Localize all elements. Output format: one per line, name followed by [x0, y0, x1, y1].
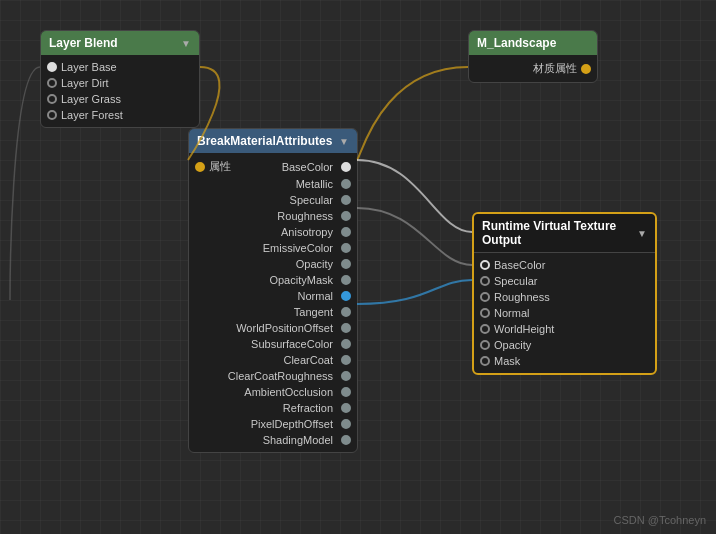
- pin-rvt-mask[interactable]: [480, 356, 490, 366]
- label-normal: Normal: [298, 290, 333, 302]
- pin-row-refraction: Refraction: [189, 400, 357, 416]
- pin-rvt-worldheight[interactable]: [480, 324, 490, 334]
- pin-layer-dirt[interactable]: [47, 78, 57, 88]
- pin-world-pos[interactable]: [341, 323, 351, 333]
- label-opacity: Opacity: [296, 258, 333, 270]
- label-rvt-normal: Normal: [494, 307, 529, 319]
- label-roughness: Roughness: [277, 210, 333, 222]
- layer-blend-header[interactable]: Layer Blend ▼: [41, 31, 199, 55]
- pin-specular[interactable]: [341, 195, 351, 205]
- pin-material-attr[interactable]: [581, 64, 591, 74]
- pin-row-clearcoat-roughness: ClearCoatRoughness: [189, 368, 357, 384]
- pin-row-rvt-specular: Specular: [474, 273, 655, 289]
- pin-anisotropy[interactable]: [341, 227, 351, 237]
- pin-row-attr-input: 属性 BaseColor: [189, 157, 357, 176]
- pin-row-rvt-mask: Mask: [474, 353, 655, 369]
- pin-clearcoat-roughness[interactable]: [341, 371, 351, 381]
- label-rvt-specular: Specular: [494, 275, 537, 287]
- pin-row-clearcoat: ClearCoat: [189, 352, 357, 368]
- layer-blend-title: Layer Blend: [49, 36, 118, 50]
- layer-blend-body: Layer Base Layer Dirt Layer Grass Layer …: [41, 55, 199, 127]
- label-opacity-mask: OpacityMask: [269, 274, 333, 286]
- layer-blend-chevron[interactable]: ▼: [181, 38, 191, 49]
- label-metallic: Metallic: [296, 178, 333, 190]
- label-shading-model: ShadingModel: [263, 434, 333, 446]
- pin-roughness[interactable]: [341, 211, 351, 221]
- label-layer-base: Layer Base: [61, 61, 117, 73]
- label-pixel-depth: PixelDepthOffset: [251, 418, 333, 430]
- pin-rvt-basecolor[interactable]: [480, 260, 490, 270]
- break-material-body: 属性 BaseColor Metallic Specular Roughness…: [189, 153, 357, 452]
- pin-emissive[interactable]: [341, 243, 351, 253]
- pin-row-metallic: Metallic: [189, 176, 357, 192]
- label-layer-dirt: Layer Dirt: [61, 77, 109, 89]
- rvt-output-node[interactable]: Runtime Virtual Texture Output ▼ BaseCol…: [472, 212, 657, 375]
- pin-row-world-pos: WorldPositionOffset: [189, 320, 357, 336]
- pin-normal[interactable]: [341, 291, 351, 301]
- label-layer-forest: Layer Forest: [61, 109, 123, 121]
- pin-row-specular: Specular: [189, 192, 357, 208]
- pin-rvt-specular[interactable]: [480, 276, 490, 286]
- pin-row-subsurface: SubsurfaceColor: [189, 336, 357, 352]
- rvt-title: Runtime Virtual Texture Output: [482, 219, 637, 247]
- pin-row-layer-forest: Layer Forest: [41, 107, 199, 123]
- rvt-body: BaseColor Specular Roughness Normal Worl…: [474, 253, 655, 373]
- pin-opacity-mask[interactable]: [341, 275, 351, 285]
- pin-row-anisotropy: Anisotropy: [189, 224, 357, 240]
- pin-row-normal: Normal: [189, 288, 357, 304]
- rvt-chevron[interactable]: ▼: [637, 228, 647, 239]
- label-tangent: Tangent: [294, 306, 333, 318]
- label-rvt-opacity: Opacity: [494, 339, 531, 351]
- pin-tangent[interactable]: [341, 307, 351, 317]
- label-attr-in: 属性: [209, 159, 231, 174]
- pin-row-layer-base: Layer Base: [41, 59, 199, 75]
- pin-pixel-depth[interactable]: [341, 419, 351, 429]
- break-material-node[interactable]: BreakMaterialAttributes ▼ 属性 BaseColor M…: [188, 128, 358, 453]
- pin-row-rvt-worldheight: WorldHeight: [474, 321, 655, 337]
- m-landscape-node[interactable]: M_Landscape 材质属性: [468, 30, 598, 83]
- pin-basecolor-out[interactable]: [341, 162, 351, 172]
- pin-rvt-opacity[interactable]: [480, 340, 490, 350]
- label-rvt-worldheight: WorldHeight: [494, 323, 554, 335]
- label-rvt-mask: Mask: [494, 355, 520, 367]
- pin-row-tangent: Tangent: [189, 304, 357, 320]
- pin-metallic[interactable]: [341, 179, 351, 189]
- label-refraction: Refraction: [283, 402, 333, 414]
- pin-row-roughness: Roughness: [189, 208, 357, 224]
- pin-layer-forest[interactable]: [47, 110, 57, 120]
- layer-blend-node[interactable]: Layer Blend ▼ Layer Base Layer Dirt Laye…: [40, 30, 200, 128]
- m-landscape-body: 材质属性: [469, 55, 597, 82]
- break-material-header[interactable]: BreakMaterialAttributes ▼: [189, 129, 357, 153]
- label-ambient: AmbientOcclusion: [244, 386, 333, 398]
- label-subsurface: SubsurfaceColor: [251, 338, 333, 350]
- pin-rvt-roughness[interactable]: [480, 292, 490, 302]
- pin-opacity[interactable]: [341, 259, 351, 269]
- label-clearcoat: ClearCoat: [283, 354, 333, 366]
- pin-layer-base[interactable]: [47, 62, 57, 72]
- pin-row-rvt-normal: Normal: [474, 305, 655, 321]
- pin-rvt-normal[interactable]: [480, 308, 490, 318]
- m-landscape-title: M_Landscape: [477, 36, 556, 50]
- label-clearcoat-roughness: ClearCoatRoughness: [228, 370, 333, 382]
- pin-row-layer-dirt: Layer Dirt: [41, 75, 199, 91]
- label-material-attr: 材质属性: [533, 61, 577, 76]
- break-material-title: BreakMaterialAttributes: [197, 134, 332, 148]
- pin-layer-grass[interactable]: [47, 94, 57, 104]
- pin-clearcoat[interactable]: [341, 355, 351, 365]
- pin-ambient[interactable]: [341, 387, 351, 397]
- pin-refraction[interactable]: [341, 403, 351, 413]
- pin-subsurface[interactable]: [341, 339, 351, 349]
- m-landscape-header[interactable]: M_Landscape: [469, 31, 597, 55]
- label-world-pos: WorldPositionOffset: [236, 322, 333, 334]
- label-rvt-roughness: Roughness: [494, 291, 550, 303]
- label-specular: Specular: [290, 194, 333, 206]
- pin-row-layer-grass: Layer Grass: [41, 91, 199, 107]
- pin-row-pixel-depth: PixelDepthOffset: [189, 416, 357, 432]
- break-material-chevron[interactable]: ▼: [339, 136, 349, 147]
- label-basecolor-out: BaseColor: [282, 161, 333, 173]
- pin-row-shading-model: ShadingModel: [189, 432, 357, 448]
- pin-attr-in[interactable]: [195, 162, 205, 172]
- pin-row-rvt-opacity: Opacity: [474, 337, 655, 353]
- rvt-header[interactable]: Runtime Virtual Texture Output ▼: [474, 214, 655, 253]
- pin-shading-model[interactable]: [341, 435, 351, 445]
